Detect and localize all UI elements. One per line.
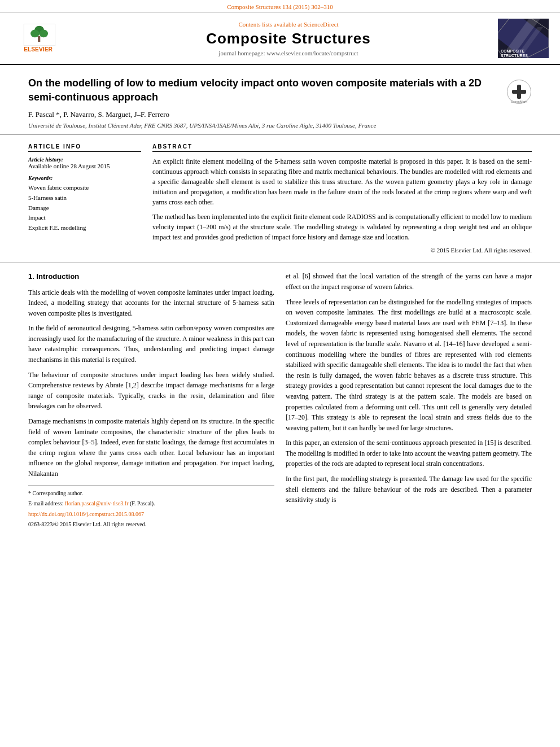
crossmark-logo[interactable]: CrossMark	[506, 79, 532, 104]
footnote-area: * Corresponding author. E-mail address: …	[28, 485, 274, 529]
footnote-star: * Corresponding author.	[28, 489, 274, 498]
keywords-group: Keywords: Woven fabric composite 5-Harne…	[28, 175, 141, 233]
body-col-left: 1. Introduction This article deals with …	[28, 271, 274, 530]
abstract-text: An explicit finite element modelling of …	[152, 156, 532, 242]
section1-title: 1. Introduction	[28, 271, 274, 282]
svg-point-3	[40, 30, 48, 38]
article-title: On the modelling of low to medium veloci…	[28, 76, 498, 104]
body-content: 1. Introduction This article deals with …	[0, 263, 560, 539]
authors: F. Pascal *, P. Navarro, S. Marguet, J–F…	[28, 110, 532, 119]
body-para-2: In the field of aeronautical designing, …	[28, 323, 274, 365]
available-online: Available online 28 August 2015	[28, 163, 141, 169]
svg-text:ELSEVIER: ELSEVIER	[24, 46, 53, 53]
article-info-column: ARTICLE INFO Article history: Available …	[28, 143, 141, 254]
history-label: Article history:	[28, 156, 141, 163]
keywords-list: Woven fabric composite 5-Harness satin D…	[28, 183, 141, 233]
footnote-email: E-mail address: florian.pascal@univ-tlse…	[28, 499, 274, 508]
keyword-2: 5-Harness satin	[28, 193, 141, 203]
issn-text: 0263-8223/© 2015 Elsevier Ltd. All right…	[28, 520, 274, 529]
body-para-3: The behaviour of composite structures un…	[28, 370, 274, 412]
svg-text:COMPOSITE: COMPOSITE	[501, 49, 524, 53]
journal-title: Composite Structures	[90, 30, 487, 47]
abstract-heading: ABSTRACT	[152, 143, 532, 152]
abstract-column: ABSTRACT An explicit finite element mode…	[152, 143, 532, 254]
elsevier-logo-area: ELSEVIER	[11, 21, 85, 55]
journal-bar: Composite Structures 134 (2015) 302–310	[0, 0, 560, 13]
footnote-email-link[interactable]: florian.pascal@univ-tlse3.fr	[65, 500, 129, 506]
abstract-para-1: An explicit finite element modelling of …	[152, 156, 532, 207]
body-r-para-3: In this paper, an extension of the semi-…	[286, 438, 532, 469]
page-header: ELSEVIER Contents lists available at Sci…	[0, 13, 560, 65]
keyword-4: Impact	[28, 213, 141, 223]
journal-homepage: journal homepage: www.elsevier.com/locat…	[90, 50, 487, 56]
svg-text:STRUCTURES: STRUCTURES	[501, 54, 528, 58]
cs-logo-area: COMPOSITE STRUCTURES	[492, 19, 549, 58]
body-r-para-2: Three levels of representation can be di…	[286, 297, 532, 434]
composite-structures-logo: COMPOSITE STRUCTURES	[498, 19, 549, 58]
sciencedirect-label: Contents lists available at ScienceDirec…	[90, 21, 487, 28]
journal-header-center: Contents lists available at ScienceDirec…	[90, 21, 487, 56]
article-info-heading: ARTICLE INFO	[28, 143, 141, 152]
article-info-abstract: ARTICLE INFO Article history: Available …	[0, 135, 560, 263]
body-two-col: 1. Introduction This article deals with …	[28, 271, 532, 530]
keyword-1: Woven fabric composite	[28, 183, 141, 193]
copyright: © 2015 Elsevier Ltd. All rights reserved…	[152, 247, 532, 254]
svg-rect-16	[517, 85, 521, 99]
body-r-para-4: In the first part, the modelling strateg…	[286, 474, 532, 505]
svg-rect-4	[38, 36, 40, 42]
article-history-group: Article history: Available online 28 Aug…	[28, 156, 141, 169]
body-para-4: Damage mechanisms in composite materials…	[28, 416, 274, 479]
body-para-1: This article deals with the modelling of…	[28, 287, 274, 319]
body-r-para-1: et al. [6] showed that the local variati…	[286, 271, 532, 292]
body-col-right: et al. [6] showed that the local variati…	[286, 271, 532, 530]
journal-citation: Composite Structures 134 (2015) 302–310	[227, 3, 333, 10]
svg-text:CrossMark: CrossMark	[511, 100, 528, 103]
sciencedirect-link[interactable]: ScienceDirect	[304, 21, 339, 28]
elsevier-logo: ELSEVIER	[17, 21, 79, 55]
doi-link[interactable]: http://dx.doi.org/10.1016/j.compstruct.2…	[28, 511, 144, 517]
abstract-para-2: The method has been implemented into the…	[152, 212, 532, 242]
article-header: On the modelling of low to medium veloci…	[0, 65, 560, 135]
affiliation: Université de Toulouse, Institut Clément…	[28, 122, 532, 129]
keyword-5: Explicit F.E. modelling	[28, 223, 141, 233]
keywords-label: Keywords:	[28, 175, 141, 181]
keyword-3: Damage	[28, 203, 141, 213]
